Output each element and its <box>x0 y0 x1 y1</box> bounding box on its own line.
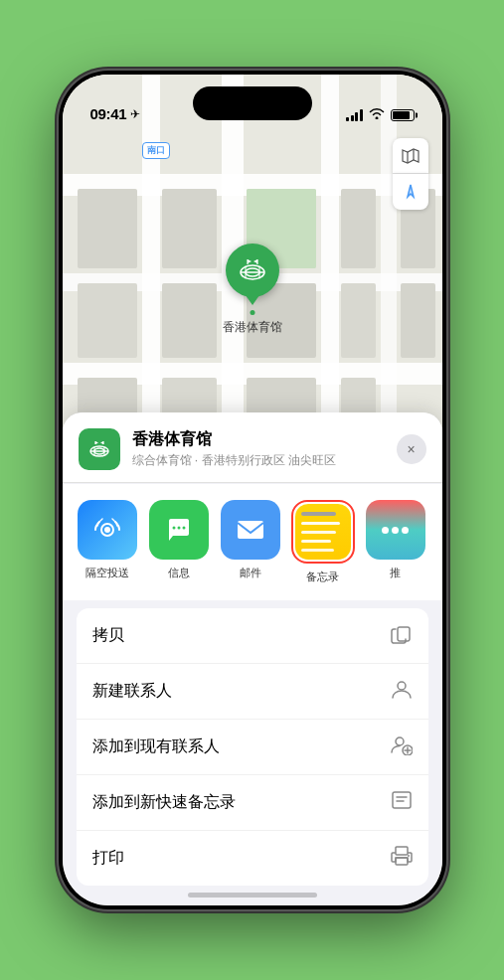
svg-rect-12 <box>162 283 217 358</box>
stadium-pin: 香港体育馆 <box>223 244 282 336</box>
svg-point-49 <box>182 527 185 530</box>
svg-rect-51 <box>398 627 410 641</box>
svg-point-48 <box>177 527 180 530</box>
print-svg <box>391 845 413 867</box>
dynamic-island <box>193 86 312 120</box>
svg-point-46 <box>104 527 110 533</box>
svg-rect-15 <box>341 189 376 268</box>
messages-label: 信息 <box>168 566 190 580</box>
share-item-messages[interactable]: 信息 <box>148 500 210 584</box>
new-contact-label: 新建联系人 <box>92 681 172 702</box>
svg-point-52 <box>398 682 406 690</box>
mail-icon <box>221 500 280 560</box>
venue-icon <box>87 437 111 461</box>
status-icons <box>346 107 415 122</box>
location-info: 香港体育馆 综合体育馆 · 香港特别行政区 油尖旺区 <box>132 429 397 469</box>
svg-rect-57 <box>393 792 411 808</box>
action-copy[interactable]: 拷贝 <box>77 608 428 664</box>
location-arrow-icon: ✈ <box>130 107 140 121</box>
svg-marker-33 <box>248 259 252 263</box>
messages-icon <box>149 500 209 560</box>
share-row: 隔空投送 信息 <box>63 484 442 600</box>
airdrop-label: 隔空投送 <box>85 566 129 580</box>
more-icon <box>366 500 425 560</box>
print-label: 打印 <box>92 848 124 869</box>
share-item-mail[interactable]: 邮件 <box>220 500 281 584</box>
svg-rect-10 <box>78 283 137 358</box>
svg-rect-16 <box>341 283 376 358</box>
location-arrow-icon <box>403 184 419 200</box>
add-note-svg <box>391 789 413 811</box>
bottom-sheet: 香港体育馆 综合体育馆 · 香港特别行政区 油尖旺区 × <box>63 412 442 905</box>
print-icon <box>391 845 413 872</box>
svg-rect-60 <box>396 847 408 855</box>
new-contact-icon <box>391 678 413 705</box>
phone-screen: 09:41 ✈ <box>63 75 442 905</box>
action-new-contact[interactable]: 新建联系人 <box>77 664 428 720</box>
close-button[interactable]: × <box>397 434 426 464</box>
mail-label: 邮件 <box>240 566 261 580</box>
pin-icon <box>226 244 279 297</box>
notes-icon-wrapper <box>291 500 355 564</box>
svg-point-62 <box>408 855 410 857</box>
messages-svg <box>163 514 195 546</box>
add-existing-icon <box>391 734 413 760</box>
svg-rect-9 <box>78 189 137 268</box>
notes-label: 备忘录 <box>306 570 339 584</box>
share-item-airdrop[interactable]: 隔空投送 <box>77 500 138 584</box>
svg-rect-50 <box>238 521 263 539</box>
location-header: 香港体育馆 综合体育馆 · 香港特别行政区 油尖旺区 × <box>63 412 442 483</box>
location-button[interactable] <box>393 174 428 210</box>
add-note-icon <box>391 789 413 816</box>
airdrop-svg <box>91 514 123 546</box>
share-item-more[interactable]: 推 <box>365 500 426 584</box>
signal-icon <box>346 109 363 121</box>
svg-marker-35 <box>253 259 257 263</box>
share-item-notes[interactable]: 备忘录 <box>291 500 355 584</box>
map-type-icon <box>401 146 420 166</box>
location-name: 香港体育馆 <box>132 429 397 450</box>
phone-frame: 09:41 ✈ <box>59 71 446 909</box>
status-time: 09:41 <box>90 105 127 122</box>
battery-icon <box>391 109 415 121</box>
more-label: 推 <box>390 566 401 580</box>
action-print[interactable]: 打印 <box>77 831 428 886</box>
copy-icon <box>391 622 413 649</box>
svg-marker-44 <box>100 441 103 444</box>
wifi-icon <box>369 107 385 122</box>
add-note-label: 添加到新快速备忘录 <box>92 792 236 813</box>
map-type-button[interactable] <box>393 138 428 174</box>
copy-svg <box>391 622 413 644</box>
stadium-icon <box>238 256 267 284</box>
road-label: 南口 <box>142 142 170 159</box>
location-venue-icon <box>79 428 120 470</box>
notes-icon <box>295 504 351 560</box>
add-existing-label: 添加到现有联系人 <box>92 736 220 757</box>
svg-point-47 <box>172 527 175 530</box>
svg-rect-61 <box>396 858 408 865</box>
home-indicator <box>188 893 317 898</box>
svg-rect-11 <box>162 189 217 268</box>
airdrop-icon <box>78 500 137 560</box>
copy-label: 拷贝 <box>92 625 124 646</box>
svg-marker-42 <box>95 441 98 444</box>
location-subtitle: 综合体育馆 · 香港特别行政区 油尖旺区 <box>132 452 397 469</box>
action-add-note[interactable]: 添加到新快速备忘录 <box>77 775 428 831</box>
new-contact-svg <box>391 678 413 700</box>
svg-point-53 <box>396 737 404 745</box>
svg-rect-18 <box>401 283 435 358</box>
mail-svg <box>235 516 266 544</box>
add-existing-svg <box>391 734 413 755</box>
stadium-label: 香港体育馆 <box>223 319 282 336</box>
pin-dot <box>250 310 254 315</box>
action-list: 拷贝 新建联系人 <box>77 608 428 886</box>
map-controls <box>393 138 428 210</box>
action-add-existing[interactable]: 添加到现有联系人 <box>77 720 428 775</box>
